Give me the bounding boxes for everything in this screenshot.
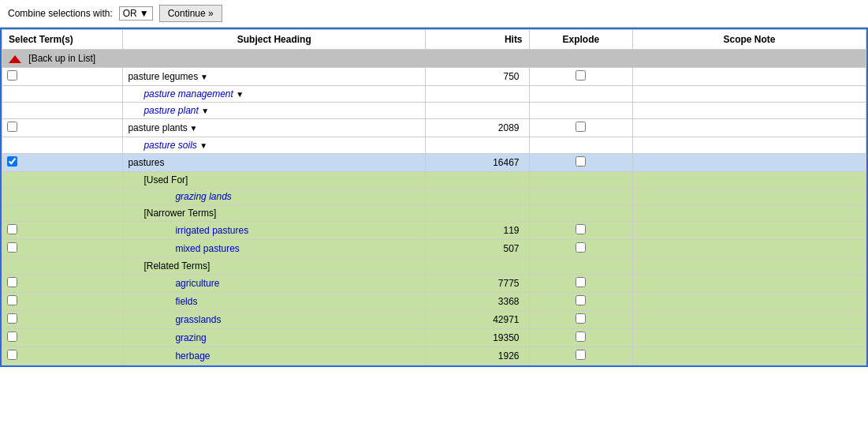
subject-cell: agriculture (123, 275, 426, 293)
hits-cell: 2089 (426, 119, 530, 137)
section-label: [Related Terms] (143, 260, 210, 272)
explode-cell (529, 205, 633, 222)
scope-cell (633, 86, 866, 103)
continue-button[interactable]: Continue » (159, 5, 222, 22)
hits-cell: 42971 (426, 311, 530, 329)
subject-cell: mixed pastures (123, 240, 426, 258)
explode-checkbox[interactable] (576, 350, 586, 360)
explode-cell (529, 347, 633, 365)
explode-checkbox[interactable] (576, 313, 586, 324)
term-text: pasture legumes (128, 71, 198, 82)
subject-cell: grazing (123, 329, 426, 347)
term-link[interactable]: grazing (175, 332, 206, 343)
back-row[interactable]: [Back up in List] (2, 50, 866, 68)
subject-cell: grasslands (123, 311, 426, 329)
select-cell (2, 137, 123, 154)
table-row: pasture plants ▼2089 (2, 119, 866, 137)
combine-select[interactable]: OR ▼ (119, 6, 153, 21)
table-row: grasslands42971 (2, 311, 866, 329)
row-checkbox[interactable] (7, 70, 17, 81)
explode-checkbox[interactable] (576, 331, 586, 342)
subject-cell: pasture plant ▼ (123, 103, 426, 119)
explode-checkbox[interactable] (576, 224, 586, 234)
table-row: irrigated pastures119 (2, 222, 866, 240)
table-row: grazing lands (2, 189, 866, 205)
subject-cell: irrigated pastures (123, 222, 426, 240)
term-link[interactable]: pasture soils (143, 140, 199, 151)
select-cell (2, 68, 123, 86)
back-icon (9, 55, 21, 63)
term-link[interactable]: herbage (175, 350, 210, 361)
arrow-down-icon: ▼ (236, 90, 244, 99)
select-cell (2, 347, 123, 365)
back-row-cell[interactable]: [Back up in List] (2, 50, 866, 68)
row-checkbox[interactable] (7, 313, 17, 324)
term-link[interactable]: grasslands (175, 314, 221, 325)
hits-cell (426, 205, 530, 222)
row-checkbox[interactable] (7, 277, 17, 287)
hits-cell: 507 (426, 240, 530, 258)
hits-cell: 3368 (426, 293, 530, 311)
hits-cell: 750 (426, 68, 530, 86)
explode-checkbox[interactable] (576, 277, 586, 287)
combine-value: OR (123, 8, 137, 19)
explode-checkbox[interactable] (576, 122, 586, 132)
term-link[interactable]: fields (175, 296, 197, 307)
subject-cell: [Narrower Terms] (123, 205, 426, 222)
section-label: [Used For] (143, 174, 188, 185)
scope-cell (633, 258, 866, 275)
col-header-scope: Scope Note (633, 30, 866, 50)
row-checkbox[interactable] (7, 295, 17, 305)
explode-checkbox[interactable] (576, 242, 586, 253)
term-link[interactable]: pasture management (143, 88, 236, 99)
select-cell (2, 293, 123, 311)
scope-cell (633, 222, 866, 240)
row-checkbox[interactable] (7, 242, 17, 253)
table-row: pasture soils ▼ (2, 137, 866, 154)
row-checkbox[interactable] (7, 122, 17, 132)
col-header-explode: Explode (529, 30, 633, 50)
scope-cell (633, 205, 866, 222)
term-link[interactable]: agriculture (175, 278, 219, 289)
row-checkbox[interactable] (7, 331, 17, 342)
table-row: herbage1926 (2, 347, 866, 365)
subject-cell: herbage (123, 347, 426, 365)
scope-cell (633, 240, 866, 258)
scope-cell (633, 119, 866, 137)
table-row: fields3368 (2, 293, 866, 311)
table-row: pasture management ▼ (2, 86, 866, 103)
term-link[interactable]: pasture plant (143, 105, 201, 116)
select-cell (2, 222, 123, 240)
explode-cell (529, 329, 633, 347)
scope-cell (633, 329, 866, 347)
hits-cell: 1926 (426, 347, 530, 365)
row-checkbox[interactable] (7, 350, 17, 360)
explode-cell (529, 275, 633, 293)
hits-cell: 119 (426, 222, 530, 240)
subject-cell: pasture plants ▼ (123, 119, 426, 137)
hits-cell (426, 258, 530, 275)
explode-cell (529, 86, 633, 103)
hits-cell: 7775 (426, 275, 530, 293)
scope-cell (633, 347, 866, 365)
explode-cell (529, 68, 633, 86)
term-link[interactable]: irrigated pastures (175, 225, 248, 236)
explode-checkbox[interactable] (576, 295, 586, 305)
explode-cell (529, 240, 633, 258)
combine-dropdown-icon: ▼ (140, 8, 149, 19)
row-checkbox[interactable] (7, 156, 17, 167)
explode-cell (529, 293, 633, 311)
explode-cell (529, 311, 633, 329)
table-row: grazing19350 (2, 329, 866, 347)
explode-checkbox[interactable] (576, 156, 586, 167)
top-bar: Combine selections with: OR ▼ Continue » (0, 0, 868, 28)
explode-checkbox[interactable] (576, 70, 586, 81)
explode-cell (529, 189, 633, 205)
col-header-subject: Subject Heading (123, 30, 426, 50)
row-checkbox[interactable] (7, 224, 17, 234)
scope-cell (633, 154, 866, 172)
select-cell (2, 240, 123, 258)
back-row-label: [Back up in List] (28, 53, 95, 64)
term-link[interactable]: mixed pastures (175, 243, 239, 254)
term-link[interactable]: grazing lands (175, 191, 231, 202)
